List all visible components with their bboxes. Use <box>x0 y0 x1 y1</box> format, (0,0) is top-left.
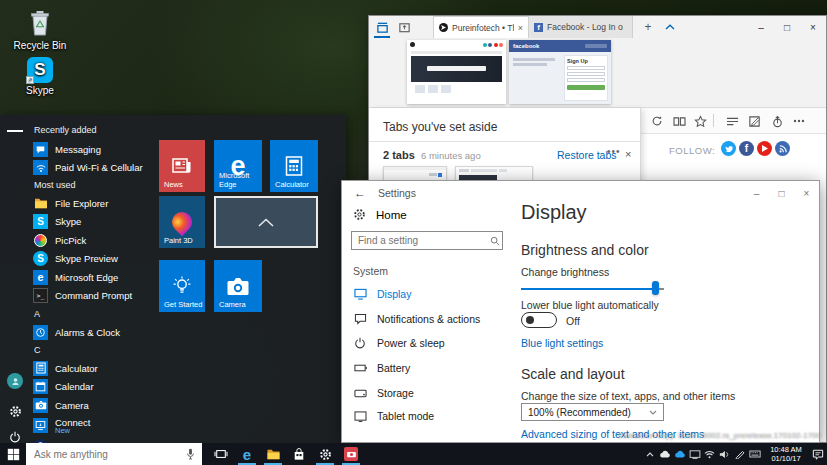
tab-preview-pureinfotech[interactable] <box>407 40 506 104</box>
settings-maximize-icon[interactable]: □ <box>769 183 794 203</box>
reading-view-icon[interactable] <box>671 113 687 129</box>
toggle-knob <box>526 316 534 324</box>
network-icon[interactable] <box>702 443 717 465</box>
start-app-camera[interactable]: Camera <box>28 396 178 415</box>
new-tab-icon[interactable]: + <box>637 16 659 38</box>
settings-search-input[interactable] <box>352 235 490 246</box>
cloud-icon[interactable] <box>657 443 672 465</box>
nav-item-power-sleep[interactable]: Power & sleep <box>342 331 512 355</box>
taskbar-file-explorer-icon[interactable] <box>260 443 286 465</box>
scale-dropdown[interactable]: 100% (Recommended) <box>521 403 664 421</box>
desktop-icon-recycle-bin[interactable]: Recycle Bin <box>5 8 75 51</box>
volume-icon[interactable] <box>717 443 732 465</box>
start-section-most-used: Most used <box>34 179 76 191</box>
more-actions-icon[interactable] <box>791 113 807 129</box>
back-arrow-icon[interactable]: ← <box>354 186 366 200</box>
start-app-calendar[interactable]: Calendar <box>28 378 178 397</box>
slider-fill <box>521 288 654 290</box>
taskbar-settings-icon[interactable] <box>312 443 338 465</box>
start-app-alarms-clock[interactable]: Alarms & Clock <box>28 323 178 342</box>
nav-item-storage[interactable]: Storage <box>342 381 512 405</box>
touch-keyboard-icon[interactable] <box>747 443 762 465</box>
start-app-file-explorer[interactable]: File Explorer <box>28 194 178 213</box>
twitter-icon[interactable] <box>721 141 736 156</box>
tile-paint-3d[interactable]: Paint 3D <box>159 196 205 248</box>
nav-item-battery[interactable]: Battery <box>342 356 512 380</box>
tab-facebook[interactable]: f Facebook - Log In or Sign U <box>529 16 633 38</box>
edge-maximize-icon[interactable]: □ <box>774 16 800 38</box>
tile-microsoft-edge[interactable]: e Microsoft Edge <box>214 140 262 192</box>
settings-close-icon[interactable]: × <box>794 183 819 203</box>
taskbar-picpick-icon[interactable] <box>338 443 364 465</box>
refresh-icon[interactable] <box>649 113 665 129</box>
tile-folder-collapse[interactable] <box>214 196 318 248</box>
home-icon <box>353 208 366 221</box>
start-settings-icon[interactable] <box>7 403 23 419</box>
group-delete-icon[interactable]: × <box>625 148 631 160</box>
battery-icon <box>353 361 367 375</box>
slider-thumb[interactable] <box>652 281 659 295</box>
settings-search-box[interactable] <box>351 231 503 250</box>
start-app-picpick[interactable]: PicPick <box>28 231 178 250</box>
tabs-set-aside-active-icon[interactable] <box>371 16 393 38</box>
connect-new-badge: New <box>55 426 90 435</box>
start-app-calculator[interactable]: Calculator <box>28 359 178 378</box>
tab-pureinfotech[interactable]: Pureinfotech • The Win × <box>433 16 529 38</box>
taskbar-edge-icon[interactable]: e <box>234 443 260 465</box>
task-view-icon[interactable] <box>208 443 234 465</box>
start-app-command-prompt[interactable]: >_ Command Prompt <box>28 287 178 306</box>
tab-close-icon[interactable]: × <box>518 23 523 33</box>
youtube-icon[interactable] <box>757 141 772 156</box>
tile-news[interactable]: News <box>159 140 205 192</box>
bluelight-toggle[interactable] <box>521 312 557 328</box>
user-avatar[interactable] <box>7 373 23 389</box>
taskbar-clock[interactable]: 10:48 AM 01/10/17 <box>764 445 808 463</box>
tab-preview-facebook[interactable]: facebook Sign Up <box>509 40 611 104</box>
power-sleep-icon <box>353 336 367 350</box>
start-app-paid-wifi[interactable]: Paid Wi-Fi & Cellular <box>28 159 178 178</box>
blue-light-settings-link[interactable]: Blue light settings <box>521 337 603 349</box>
taskbar-store-icon[interactable] <box>286 443 312 465</box>
power-icon[interactable] <box>7 429 23 443</box>
edge-close-icon[interactable]: × <box>800 16 826 38</box>
set-tabs-aside-icon[interactable] <box>393 16 415 38</box>
microphone-icon[interactable] <box>186 448 195 460</box>
hamburger-menu-icon[interactable] <box>7 123 23 139</box>
nav-item-tablet-mode[interactable]: Tablet mode <box>342 404 512 428</box>
favorites-star-icon[interactable] <box>692 113 708 129</box>
group-more-icon[interactable]: ••• <box>607 146 621 157</box>
nav-item-notifications[interactable]: Notifications & actions <box>342 307 512 331</box>
start-app-skype-preview[interactable]: S Skype Preview <box>28 250 178 269</box>
start-app-connect[interactable]: Connect New <box>28 415 178 437</box>
settings-home[interactable]: Home <box>353 208 407 221</box>
skype-app-icon: S <box>33 214 48 229</box>
brightness-slider[interactable] <box>521 281 664 295</box>
start-app-messaging[interactable]: Messaging <box>28 140 178 159</box>
cast-screen-icon[interactable] <box>687 443 702 465</box>
action-center-icon[interactable] <box>810 443 825 465</box>
tile-get-started[interactable]: Get Started <box>159 260 205 312</box>
facebook-icon[interactable]: f <box>739 141 754 156</box>
taskbar-search-input[interactable] <box>26 449 186 460</box>
desktop-icon-skype[interactable]: S ↗ Skype <box>5 57 75 96</box>
web-note-icon[interactable] <box>746 113 762 129</box>
taskbar: e 10:48 AM 01/10/17 <box>0 443 827 465</box>
hub-icon[interactable] <box>724 113 740 129</box>
tray-chevron-up-icon[interactable] <box>642 443 657 465</box>
start-section-a: A <box>34 308 40 320</box>
start-app-skype[interactable]: S Skype <box>28 213 178 232</box>
nav-item-display[interactable]: Display <box>342 282 512 306</box>
windows-ink-pen-icon[interactable] <box>732 443 747 465</box>
start-app-microsoft-edge[interactable]: e Microsoft Edge <box>28 268 178 287</box>
onedrive-icon[interactable] <box>672 443 687 465</box>
skype-preview-icon: S <box>33 251 48 266</box>
hide-tab-previews-icon[interactable] <box>659 16 681 38</box>
cortana-search-box[interactable] <box>26 443 202 465</box>
settings-minimize-icon[interactable]: – <box>744 183 769 203</box>
share-icon[interactable] <box>769 113 785 129</box>
rss-icon[interactable] <box>775 141 790 156</box>
edge-minimize-icon[interactable]: – <box>748 16 774 38</box>
tile-camera[interactable]: Camera <box>214 260 262 312</box>
tile-calculator[interactable]: Calculator <box>270 140 318 192</box>
start-button[interactable] <box>0 443 26 465</box>
